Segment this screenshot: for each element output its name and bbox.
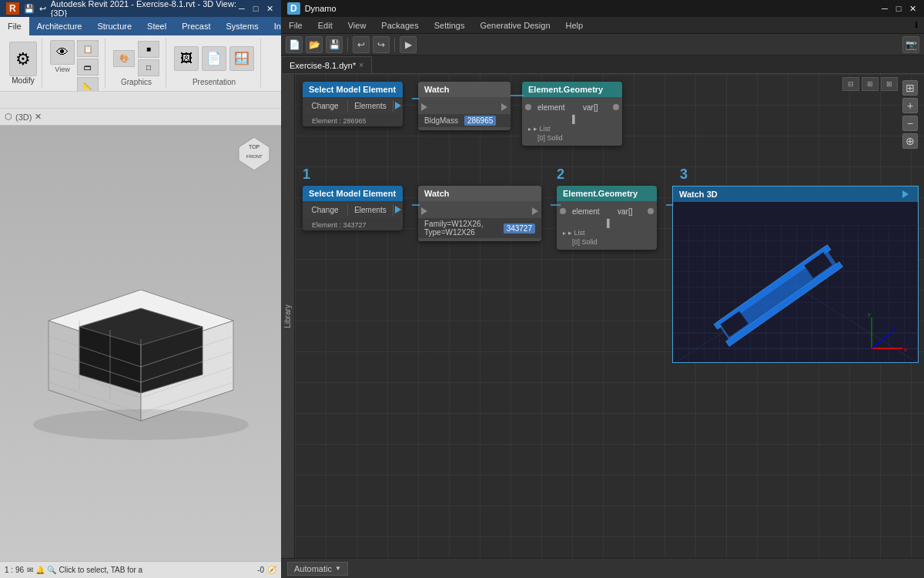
toolbar-open-button[interactable]: 📂 — [306, 36, 323, 53]
toolbar-run-button[interactable]: ▶ — [400, 36, 417, 53]
revit-logo-icon: R — [6, 2, 19, 15]
watch3d-port — [902, 190, 909, 198]
zoom-fit-button[interactable]: ⊞ — [902, 80, 918, 96]
menu-view[interactable]: View — [340, 17, 374, 33]
select-model-buttons-bottom: Change Elements — [303, 201, 403, 218]
dynamo-canvas-wrapper: Library Select Model Element Change Elem… — [281, 74, 924, 558]
watch-node-top: Watch BldgMass 286965 — [418, 82, 511, 130]
zoom-home-button[interactable]: ⊕ — [902, 133, 918, 149]
dynamo-panel: D Dynamo ─ □ ✕ File Edit View Packages S… — [281, 0, 924, 578]
var-port-label-bottom: var[] — [614, 207, 635, 216]
modify-button[interactable]: ⚙ Modify — [5, 39, 42, 88]
revit-restore-button[interactable]: □ — [250, 3, 261, 14]
element-geometry-header-bottom: Element.Geometry — [557, 186, 657, 201]
graphics-icon3[interactable]: □ — [138, 59, 159, 76]
revit-3d-view[interactable]: TOP FRONT — [0, 126, 281, 561]
change-btn-bottom[interactable]: Change — [303, 204, 348, 216]
presentation-icon3[interactable]: 🪟 — [229, 46, 254, 71]
zoom-in-button[interactable]: + — [902, 98, 918, 113]
scale-indicator: 1 : 96 — [5, 566, 24, 574]
watch3d-node[interactable]: Watch 3D — [672, 186, 919, 363]
canvas-corner-icons: ⊟ ⊞ ⊠ — [842, 77, 898, 91]
toolbar-separator — [347, 38, 348, 52]
zoom-out-button[interactable]: − — [902, 116, 918, 131]
nav-icon[interactable]: 🧭 — [267, 566, 276, 574]
select-model-buttons-top: Change Elements — [303, 97, 403, 114]
revit-close-button[interactable]: ✕ — [264, 3, 275, 14]
toolbar-undo-button[interactable]: ↩ — [353, 36, 370, 53]
menu-file[interactable]: File — [281, 17, 310, 33]
ribbon-tab-structure[interactable]: Structure — [89, 17, 139, 35]
select-model-header-bottom: Select Model Element — [303, 186, 403, 201]
watch-in-port-bottom — [421, 207, 427, 215]
svg-text:TOP: TOP — [249, 144, 260, 150]
toolbar-separator2 — [394, 38, 395, 52]
revit-statusbar: 1 : 96 ✉ 🔔 🔍 Click to select, TAB for a … — [0, 561, 281, 578]
menu-help[interactable]: Help — [558, 17, 591, 33]
ribbon-tab-file[interactable]: File — [0, 17, 29, 35]
view-icon[interactable]: 👁 — [50, 40, 75, 65]
svg-text:z: z — [892, 326, 896, 333]
element-geometry-header-top: Element.Geometry — [522, 82, 622, 97]
templates-icon[interactable]: 📋 — [77, 40, 99, 57]
element-out-port-top — [613, 104, 619, 110]
elements-btn-bottom[interactable]: Elements — [348, 204, 393, 216]
dynamo-close-button[interactable]: ✕ — [907, 3, 918, 14]
presentation-icon1[interactable]: 🖼 — [174, 46, 199, 71]
run-mode-select[interactable]: Automatic ▼ — [287, 562, 348, 576]
ribbon-tab-precast[interactable]: Precast — [174, 17, 218, 35]
zoom-value: -0 — [257, 566, 264, 574]
dynamo-library-sidebar[interactable]: Library — [281, 74, 295, 558]
list-item-top: [0] Solid — [537, 134, 563, 142]
element-geometry-node-top: Element.Geometry element var[] ▐ ▸ ▸ Lis… — [522, 82, 622, 146]
graphics-icon2[interactable]: ■ — [138, 41, 159, 58]
canvas-icon1[interactable]: ⊟ — [842, 77, 859, 91]
building-3d-model — [25, 220, 256, 467]
watch3d-header: Watch 3D — [673, 187, 918, 202]
dyn-tab-close-button[interactable]: × — [359, 61, 363, 69]
dynamo-minimize-button[interactable]: ─ — [879, 3, 890, 14]
viewport-tab-label[interactable]: (3D) — [15, 113, 32, 122]
revit-ribbon: File Architecture Structure Steel Precas… — [0, 17, 281, 92]
toolbar-save-button[interactable]: 💾 — [326, 36, 343, 53]
menu-settings[interactable]: Settings — [427, 17, 473, 33]
view-group: 👁 View 📋 🗃 📐 Templates — [44, 39, 105, 88]
canvas-icon3[interactable]: ⊠ — [881, 77, 898, 91]
element-label-top: Element : 286965 — [307, 116, 371, 126]
change-btn-top[interactable]: Change — [303, 100, 348, 112]
ribbon-tab-steel[interactable]: Steel — [139, 17, 174, 35]
toolbar-new-button[interactable]: 📄 — [286, 36, 303, 53]
viewport-tab-close[interactable]: ✕ — [35, 112, 42, 122]
revit-window-title: Autodesk Revit 2021 - Exercise-8.1.rvt -… — [51, 0, 236, 18]
quick-access-undo[interactable]: ↩ — [39, 4, 46, 14]
graphics-icon1[interactable]: 🎨 — [113, 50, 135, 67]
dynamo-canvas[interactable]: Select Model Element Change Elements Ele… — [295, 74, 924, 558]
dynamo-titlebar: D Dynamo ─ □ ✕ — [281, 0, 924, 17]
ribbon-tab-architecture[interactable]: Architecture — [29, 17, 90, 35]
dynamo-restore-button[interactable]: □ — [893, 3, 904, 14]
dyn-tab-exercise[interactable]: Exercise-8.1.dyn* × — [281, 56, 372, 73]
dynamo-info-icon[interactable]: ℹ — [915, 20, 924, 30]
ribbon-tab-systems[interactable]: Systems — [218, 17, 266, 35]
canvas-zoom-controls: ⊞ + − ⊕ — [902, 80, 918, 149]
node-number-2: 2 — [557, 166, 564, 183]
quick-access-save[interactable]: 💾 — [24, 4, 35, 14]
revit-minimize-button[interactable]: ─ — [236, 3, 247, 14]
element-label-bottom: Element : 343727 — [307, 220, 371, 230]
menu-edit[interactable]: Edit — [310, 17, 340, 33]
dynamo-toolbar: 📄 📂 💾 ↩ ↪ ▶ 📷 — [281, 34, 924, 55]
canvas-icon2[interactable]: ⊞ — [862, 77, 879, 91]
view-cube[interactable]: TOP FRONT — [235, 133, 273, 172]
dynamo-tabbar: Exercise-8.1.dyn* × — [281, 55, 924, 74]
toolbar-camera-button[interactable]: 📷 — [902, 36, 919, 53]
menu-generative[interactable]: Generative Design — [472, 17, 557, 33]
menu-packages[interactable]: Packages — [373, 17, 426, 33]
elements-btn-top[interactable]: Elements — [348, 100, 393, 112]
presentation-icon2[interactable]: 📄 — [202, 46, 226, 71]
revit-viewport: ⬡ (3D) ✕ TOP FRONT — [0, 109, 281, 561]
list-label-top: ▸ List — [534, 125, 551, 133]
view-sub2-icon[interactable]: 🗃 — [77, 59, 99, 76]
node-number-1: 1 — [303, 166, 310, 183]
toolbar-redo-button[interactable]: ↪ — [373, 36, 390, 53]
svg-point-21 — [33, 409, 249, 440]
